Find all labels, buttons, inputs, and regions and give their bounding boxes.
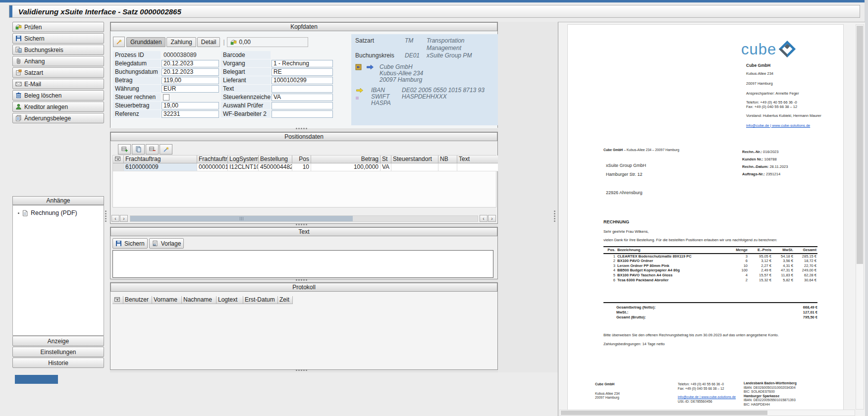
sidebar-item-kreditor-anlegen[interactable]: Kreditor anlegen (12, 102, 104, 112)
text-splitter-handle[interactable] (296, 279, 307, 281)
text-input[interactable] (271, 85, 333, 93)
col-frachtauftrag[interactable]: Frachtauftrag (124, 156, 197, 163)
vorgang-label: Vorgang (221, 59, 271, 68)
text-area[interactable] (112, 250, 493, 278)
scroll-left-button-2[interactable]: ‹ (480, 215, 488, 222)
cell-betrag[interactable]: 100,0000 (311, 163, 380, 171)
col-steuerstandort[interactable]: Steuerstandort (391, 156, 438, 163)
row-select-cell[interactable] (113, 163, 124, 171)
bottom-splitter-handle[interactable] (296, 369, 307, 371)
barcode-label: Barcode (221, 51, 271, 59)
referenz-input[interactable]: 32231 (162, 110, 219, 118)
cell-text[interactable] (457, 163, 500, 171)
sidebar-item-email[interactable]: E-Mail (12, 79, 104, 89)
vorgang-input[interactable]: 1 - Rechnung (271, 60, 333, 67)
sidebar-item-sichern[interactable]: Sichern (12, 33, 104, 44)
cell-bestellung[interactable]: 4500004482 (259, 163, 292, 171)
preview-splitter-handle[interactable] (554, 210, 555, 222)
scroll-thumb[interactable] (130, 216, 353, 221)
select-all-button[interactable] (113, 156, 124, 163)
col-vorname[interactable]: Vorname (152, 296, 182, 304)
tab-grunddaten[interactable]: Grunddaten (126, 37, 165, 47)
scroll-right-button[interactable]: › (120, 215, 128, 222)
attachment-item-rechnung-pdf[interactable]: Rechnung (PDF) (13, 206, 104, 216)
scroll-right-button-2[interactable]: › (488, 215, 496, 222)
einstellungen-button[interactable]: Einstellungen (12, 347, 104, 357)
sidebar-item-satzart[interactable]: Satzart (12, 67, 104, 78)
sender-rest: – Kubus-Allee 234 – 20097 Hamburg (623, 148, 679, 152)
cube-logo-icon (778, 40, 797, 58)
col-logtext[interactable]: Logtext (217, 296, 243, 304)
copy-row-button[interactable] (132, 144, 145, 155)
pdf-horizontal-scrollbar[interactable] (559, 410, 855, 416)
col-bestellung[interactable]: Bestellung (259, 156, 292, 163)
belegdatum-input[interactable]: 20.12.2023 (162, 60, 219, 67)
sidebar-item-beleg-loeschen[interactable]: Beleg löschen (12, 90, 104, 101)
anzeige-button[interactable]: Anzeige (12, 336, 104, 346)
col-logsystem[interactable]: LogSystem (228, 156, 259, 163)
waehrung-input[interactable]: EUR (162, 85, 219, 93)
save-icon (115, 240, 122, 247)
col-st[interactable]: St (380, 156, 391, 163)
sidebar-item-buchungskreis[interactable]: § Buchungskreis (12, 45, 104, 55)
pdf-vertical-scrollbar[interactable] (856, 24, 864, 410)
sidebar-item-aenderungsbelege[interactable]: Änderungsbelege (12, 113, 104, 123)
autofill-button[interactable] (113, 37, 125, 47)
satzart-name: Transportation Management (427, 37, 499, 52)
tab-zahlung[interactable]: Zahlung (166, 37, 196, 47)
historie-button[interactable]: Historie (12, 358, 104, 368)
footer-company-city: 20097 Hamburg (595, 396, 620, 400)
cell-frachtauftrag[interactable]: 6100000009 (124, 163, 197, 171)
col-frachtauftra2[interactable]: Frachtauftra... (197, 156, 228, 163)
kopfdaten-splitter-handle[interactable] (296, 128, 307, 129)
belegart-input[interactable]: RE (271, 68, 333, 76)
col-pos[interactable]: Pos (292, 156, 311, 163)
pdf-vscroll-thumb[interactable] (857, 26, 863, 264)
prozess-id-value: 0000038089 (162, 52, 219, 59)
scroll-track[interactable] (130, 215, 478, 222)
auswahl-pruefer-input[interactable] (271, 102, 333, 109)
delete-row-button[interactable] (146, 144, 159, 155)
col-text[interactable]: Text (457, 156, 500, 163)
inv-cell: 4,31 € (772, 263, 794, 268)
scroll-left-button[interactable]: ‹ (111, 215, 119, 222)
protokoll-select-all-button[interactable] (112, 296, 123, 304)
vendor-master-icon[interactable] (355, 64, 362, 70)
pdf-hscroll-thumb[interactable] (561, 411, 767, 415)
cell-logsystem[interactable]: I12CLNT100 (228, 163, 259, 171)
attachment-label: Rechnung (PDF) (31, 209, 77, 216)
cell-st[interactable]: VA (380, 163, 391, 171)
steuerbetrag-input[interactable]: 19,00 (162, 102, 219, 109)
lieferant-input[interactable]: 1000100299 (271, 77, 333, 84)
text-template-button[interactable]: Vorlage (149, 238, 184, 249)
col-betrag[interactable]: Betrag (311, 156, 380, 163)
derive-button[interactable] (160, 144, 172, 155)
text-save-button[interactable]: Sichern (112, 238, 148, 249)
tab-detail[interactable]: Detail (197, 37, 220, 47)
col-erst-datum[interactable]: Erst-Datum (243, 296, 278, 304)
cell-pos[interactable]: 10 (292, 163, 311, 171)
sidebar-splitter-handle[interactable] (105, 210, 107, 222)
col-zeit[interactable]: Zeit (278, 296, 293, 304)
add-row-button[interactable] (118, 144, 131, 155)
sidebar-item-anhang[interactable]: Anhang (12, 56, 104, 66)
wf-bearbeiter-input[interactable] (271, 110, 333, 118)
cell-frachtauftra2[interactable]: 0000000010 (197, 163, 228, 171)
positions-splitter-handle[interactable] (296, 224, 307, 225)
cell-steuerstandort[interactable] (391, 163, 438, 171)
inv-cell: 6 (603, 278, 616, 283)
cell-nb[interactable] (438, 163, 457, 171)
buchungskreis-name: xSuite Group PM (427, 52, 499, 59)
buchungsdatum-input[interactable]: 20.12.2023 (162, 68, 219, 76)
col-nachname[interactable]: Nachname (182, 296, 217, 304)
sidebar-item-pruefen[interactable]: Prüfen (12, 22, 104, 32)
col-benutzer[interactable]: Benutzer (123, 296, 152, 304)
steuerkennzeichen-input[interactable]: VA (271, 94, 333, 101)
inv-cell: 100 (729, 268, 749, 273)
col-nb[interactable]: NB (438, 156, 457, 163)
status-amount-tab[interactable]: 0,00 (227, 37, 308, 47)
inv-cell: 5,82 € (772, 278, 794, 283)
steuer-rechnen-checkbox[interactable] (163, 94, 169, 101)
betrag-input[interactable]: 119,00 (162, 77, 219, 84)
bank-detail-marker (356, 97, 359, 100)
